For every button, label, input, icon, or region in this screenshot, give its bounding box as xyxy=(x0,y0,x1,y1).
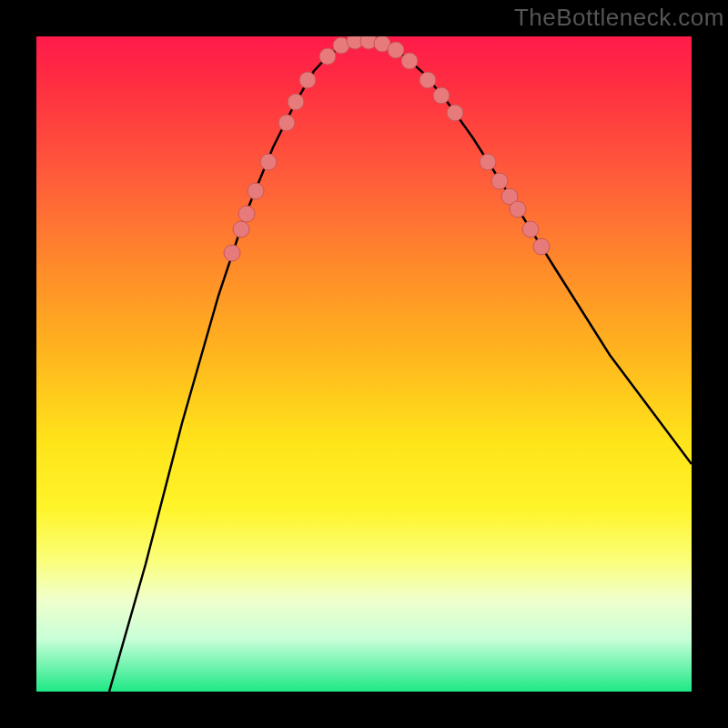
data-dot xyxy=(510,201,526,217)
data-dot xyxy=(401,53,418,69)
data-dot xyxy=(420,72,436,88)
data-dot xyxy=(288,94,304,110)
chart-container: TheBottleneck.com xyxy=(0,0,728,728)
data-dot xyxy=(233,221,249,238)
data-dot xyxy=(433,87,450,104)
data-dot xyxy=(319,48,336,65)
data-dot xyxy=(491,173,508,189)
data-dot xyxy=(238,206,255,222)
plot-area xyxy=(36,36,692,692)
curve-svg xyxy=(36,36,692,692)
data-dot xyxy=(278,115,295,131)
data-dot xyxy=(533,238,550,255)
bottleneck-curve xyxy=(109,40,692,692)
data-dot xyxy=(388,42,404,58)
data-dot xyxy=(260,154,277,170)
watermark-text: TheBottleneck.com xyxy=(514,4,724,32)
data-dot xyxy=(522,221,539,238)
data-dot xyxy=(299,72,316,88)
data-dot xyxy=(248,183,264,199)
data-dot xyxy=(224,245,240,261)
data-dot xyxy=(480,154,496,170)
data-dot xyxy=(447,105,463,121)
